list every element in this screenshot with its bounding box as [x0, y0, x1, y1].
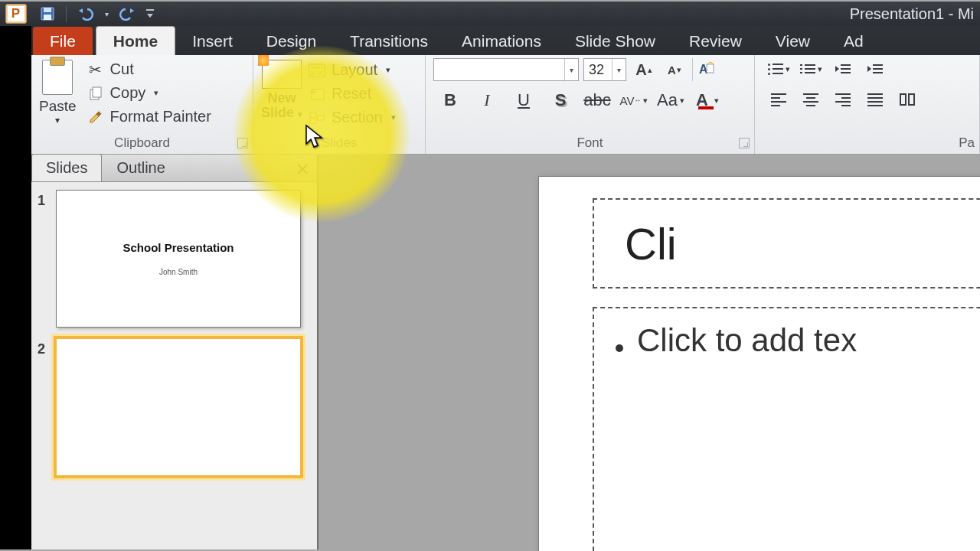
grow-font-button[interactable]: A▴ — [631, 58, 657, 81]
save-button[interactable] — [35, 4, 60, 24]
justify-button[interactable] — [862, 89, 888, 110]
section-menu-caret[interactable]: ▾ — [391, 112, 396, 122]
layout-button[interactable]: Layout ▾ — [309, 61, 396, 79]
title-bar: ▾ Presentation1 - Mi — [31, 2, 980, 26]
ribbon: Paste ▾ ✂ Cut Copy ▾ — [31, 55, 980, 155]
tab-home[interactable]: Home — [96, 26, 175, 55]
clear-formatting-button[interactable]: A — [692, 58, 718, 81]
tab-animations[interactable]: Animations — [445, 27, 558, 55]
tab-insert[interactable]: Insert — [175, 27, 250, 55]
bullet-icon — [616, 344, 623, 352]
slides-pane: Slides Outline ✕ 1 School Presentation J… — [31, 155, 318, 549]
svg-rect-18 — [841, 68, 851, 70]
svg-rect-23 — [900, 94, 906, 105]
chevron-down-icon: ▾ — [564, 59, 578, 80]
svg-rect-21 — [873, 68, 883, 70]
new-slide-button[interactable]: NewSlide ▾ — [261, 58, 302, 126]
current-slide[interactable]: Cli Click to add tex — [538, 176, 980, 551]
group-paragraph-label: Pa — [755, 135, 979, 151]
group-paragraph: ▾ ▾ Pa — [755, 55, 980, 154]
cut-button[interactable]: ✂ Cut — [84, 60, 214, 79]
group-font: ▾ 32 ▾ A▴ A▾ A B I U S abc AV↔▾ Aa▾ — [426, 55, 755, 154]
slide-canvas-area[interactable]: Cli Click to add tex — [320, 155, 980, 549]
align-left-button[interactable] — [766, 89, 792, 110]
strikethrough-button[interactable]: abc — [583, 89, 611, 112]
format-painter-label: Format Painter — [110, 108, 211, 126]
chevron-down-icon: ▾ — [612, 59, 626, 80]
columns-button[interactable] — [894, 89, 920, 110]
title-placeholder[interactable]: Cli — [593, 198, 980, 289]
new-slide-icon — [262, 60, 302, 89]
tab-slides-thumbs[interactable]: Slides — [31, 154, 102, 181]
section-label: Section — [332, 109, 383, 126]
thumbnail-number: 2 — [38, 338, 50, 476]
section-icon — [309, 109, 325, 126]
tab-view[interactable]: View — [759, 27, 827, 55]
tab-review[interactable]: Review — [672, 27, 759, 55]
reset-button[interactable]: Reset — [309, 85, 396, 103]
undo-menu-button[interactable]: ▾ — [100, 4, 113, 24]
svg-rect-11 — [312, 90, 324, 99]
bold-button[interactable]: B — [436, 89, 464, 112]
section-button[interactable]: Section ▾ — [309, 109, 396, 126]
italic-button[interactable]: I — [473, 89, 501, 112]
qat-customize-button[interactable] — [143, 4, 157, 24]
close-pane-button[interactable]: ✕ — [296, 160, 309, 180]
thumbnail-item[interactable]: 2 — [38, 338, 311, 476]
undo-button[interactable] — [73, 4, 97, 24]
tab-transitions[interactable]: Transitions — [333, 27, 445, 55]
format-painter-button[interactable]: Format Painter — [84, 107, 214, 126]
change-case-button[interactable]: Aa▾ — [657, 89, 684, 112]
thumbnail-item[interactable]: 1 School Presentation John Smith — [38, 190, 311, 328]
numbering-button[interactable]: ▾ — [798, 58, 824, 80]
svg-rect-8 — [311, 66, 323, 69]
content-placeholder-text: Click to add tex — [637, 322, 857, 358]
font-color-button[interactable]: A▾ — [694, 89, 721, 112]
clipboard-dialog-launcher[interactable] — [237, 138, 248, 148]
tab-slideshow[interactable]: Slide Show — [558, 27, 672, 55]
bullets-button[interactable]: ▾ — [766, 58, 792, 80]
shrink-font-button[interactable]: A▾ — [662, 58, 688, 81]
tab-addins[interactable]: Ad — [827, 27, 880, 55]
increase-indent-button[interactable] — [862, 58, 888, 80]
font-size-value: 32 — [589, 62, 604, 78]
video-letterbox-left — [0, 2, 31, 549]
group-slides-label: Slides — [253, 135, 425, 151]
app-icon[interactable] — [0, 2, 31, 26]
copy-label: Copy — [110, 84, 146, 102]
align-right-button[interactable] — [830, 89, 856, 110]
svg-rect-13 — [310, 119, 316, 123]
copy-menu-caret[interactable]: ▾ — [154, 88, 158, 98]
font-size-combo[interactable]: 32 ▾ — [583, 58, 626, 81]
tab-design[interactable]: Design — [250, 27, 333, 55]
svg-rect-2 — [44, 15, 51, 20]
underline-button[interactable]: U — [510, 89, 537, 112]
shadow-button[interactable]: S — [547, 89, 574, 112]
content-placeholder[interactable]: Click to add tex — [593, 307, 980, 551]
copy-button[interactable]: Copy ▾ — [84, 83, 214, 103]
window-title: Presentation1 - Mi — [850, 5, 974, 23]
tab-file[interactable]: File — [33, 27, 93, 55]
svg-rect-1 — [44, 8, 51, 12]
paste-button[interactable]: Paste ▾ — [39, 58, 77, 126]
paintbrush-icon — [87, 109, 104, 126]
thumbnail-slide-1[interactable]: School Presentation John Smith — [56, 190, 301, 328]
font-dialog-launcher[interactable] — [739, 138, 750, 148]
tab-outline[interactable]: Outline — [102, 154, 179, 181]
svg-rect-22 — [873, 72, 883, 73]
align-center-button[interactable] — [798, 89, 824, 110]
font-name-combo[interactable]: ▾ — [433, 58, 579, 81]
redo-button[interactable] — [116, 4, 140, 24]
layout-menu-caret[interactable]: ▾ — [386, 65, 390, 75]
paste-menu-caret[interactable]: ▾ — [55, 115, 60, 126]
svg-rect-16 — [707, 64, 714, 73]
svg-rect-14 — [318, 116, 324, 120]
cut-label: Cut — [110, 60, 134, 78]
group-clipboard: Paste ▾ ✂ Cut Copy ▾ — [31, 55, 253, 154]
svg-rect-3 — [146, 9, 154, 11]
char-spacing-button[interactable]: AV↔▾ — [620, 89, 648, 112]
svg-rect-17 — [841, 64, 851, 66]
group-font-label: Font — [426, 135, 754, 151]
decrease-indent-button[interactable] — [830, 58, 856, 80]
thumbnail-slide-2[interactable] — [56, 338, 301, 476]
